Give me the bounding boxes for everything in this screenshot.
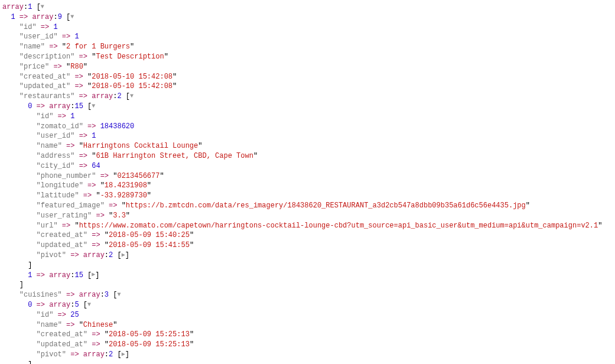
field-row: "latitude" => "-33.9289730" bbox=[2, 191, 613, 201]
field-value: 18.4231908 bbox=[105, 181, 147, 190]
array-item: 1 => array:15 [▶] bbox=[2, 271, 613, 281]
field-value: https://www.zomato.com/capetown/harringt… bbox=[79, 222, 598, 230]
field-row: "zomato_id" => 18438620 bbox=[2, 122, 613, 132]
field-row: "id" => 1 bbox=[2, 22, 613, 32]
field-value: 2018-05-10 15:42:08 bbox=[92, 82, 173, 90]
field-value: 2018-05-10 15:42:08 bbox=[92, 73, 173, 81]
toggle-icon[interactable]: ▼ bbox=[70, 14, 74, 20]
array-item: 0 => array:5 [▼ bbox=[2, 300, 613, 310]
field-row: "name" => "Chinese" bbox=[2, 320, 613, 330]
field-row: "user_id" => 1 bbox=[2, 131, 613, 141]
item-index: 1 bbox=[11, 13, 15, 21]
field-row: "created_at" => "2018-05-09 15:40:25" bbox=[2, 230, 613, 240]
field-row: "user_id" => 1 bbox=[2, 32, 613, 42]
toggle-icon[interactable]: ▼ bbox=[41, 4, 44, 10]
field-row: "longitude" => "18.4231908" bbox=[2, 181, 613, 191]
field-row: "price" => "R80" bbox=[2, 62, 613, 72]
field-row: "cuisines" => array:3 [▼ bbox=[2, 290, 613, 300]
field-value: 25 bbox=[70, 311, 79, 319]
field-value: Harringtons Cocktail Lounge bbox=[83, 142, 198, 150]
field-value: 2018-05-09 15:40:25 bbox=[109, 231, 190, 239]
field-row: "created_at" => "2018-05-09 15:25:13" bbox=[2, 330, 613, 340]
field-value: Chinese bbox=[83, 321, 113, 329]
toggle-icon[interactable]: ▼ bbox=[92, 103, 95, 109]
field-row: "name" => "Harringtons Cocktail Lounge" bbox=[2, 141, 613, 151]
field-row: "updated_at" => "2018-05-09 15:41:55" bbox=[2, 240, 613, 251]
field-value: 2018-05-09 15:41:55 bbox=[109, 241, 190, 249]
field-value: 1 bbox=[92, 132, 96, 140]
toggle-icon[interactable]: ▼ bbox=[117, 292, 121, 298]
array-item: 0 => array:15 [▼ bbox=[2, 102, 613, 112]
root-count: 1 bbox=[28, 3, 32, 11]
field-value: 2018-05-09 15:25:13 bbox=[109, 340, 190, 349]
field-value: 61B Harrington Street, CBD, Cape Town bbox=[96, 152, 253, 160]
field-value: R80 bbox=[70, 63, 83, 71]
array-item: 1 => array:9 [▼ bbox=[2, 12, 613, 22]
toggle-icon[interactable]: ▼ bbox=[130, 93, 134, 99]
array-root: array:1 [▼ bbox=[2, 2, 613, 12]
field-value: 0213456677 bbox=[117, 172, 160, 180]
field-row: "updated_at" => "2018-05-10 15:42:08" bbox=[2, 82, 613, 92]
field-value: 1 bbox=[74, 32, 79, 41]
field-row: "featured_image" => "https://b.zmtcdn.co… bbox=[2, 201, 613, 211]
field-row: "name" => "2 for 1 Burgers" bbox=[2, 42, 613, 52]
field-row: "url" => "https://www.zomato.com/capetow… bbox=[2, 221, 613, 231]
field-value: 3.3 bbox=[113, 212, 126, 220]
field-row: "address" => "61B Harrington Street, CBD… bbox=[2, 151, 613, 161]
field-row: "id" => 1 bbox=[2, 112, 613, 122]
field-value: 2 for 1 Burgers bbox=[66, 43, 130, 51]
field-row: "pivot" => array:2 [▶] bbox=[2, 251, 613, 261]
field-value: 2018-05-09 15:25:13 bbox=[109, 330, 190, 339]
field-row: "description" => "Test Description" bbox=[2, 52, 613, 62]
field-value: 64 bbox=[92, 162, 100, 170]
field-row: "city_id" => 64 bbox=[2, 161, 613, 171]
field-row: "restaurants" => array:2 [▼ bbox=[2, 92, 613, 102]
field-value: https://b.zmtcdn.com/data/res_imagery/18… bbox=[126, 202, 526, 210]
close-bracket: ] bbox=[2, 261, 613, 271]
field-row: "created_at" => "2018-05-10 15:42:08" bbox=[2, 72, 613, 82]
field-value: -33.9289730 bbox=[100, 191, 147, 200]
toggle-icon[interactable]: ▼ bbox=[87, 302, 91, 308]
field-row: "user_rating" => "3.3" bbox=[2, 211, 613, 221]
close-bracket: ] bbox=[2, 360, 613, 364]
field-row: "id" => 25 bbox=[2, 310, 613, 320]
field-row: "pivot" => array:2 [▶] bbox=[2, 350, 613, 360]
field-value: 1 bbox=[70, 112, 74, 121]
close-bracket: ] bbox=[2, 280, 613, 290]
field-row: "updated_at" => "2018-05-09 15:25:13" bbox=[2, 340, 613, 350]
field-value: 1 bbox=[53, 23, 57, 31]
field-value: Test Description bbox=[96, 53, 164, 61]
field-row: "phone_number" => "0213456677" bbox=[2, 171, 613, 181]
field-value: 18438620 bbox=[100, 122, 135, 131]
root-type: array bbox=[2, 3, 24, 11]
